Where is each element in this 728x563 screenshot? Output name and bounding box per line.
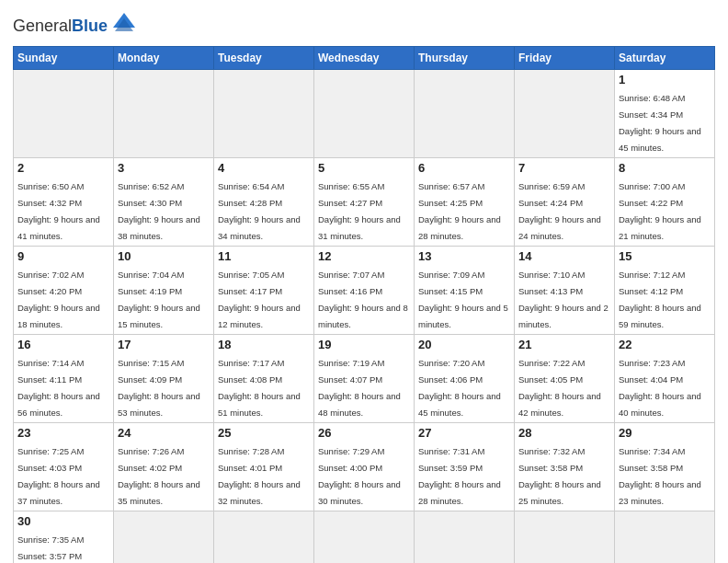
day-number: 1	[619, 73, 711, 86]
day-info: Sunrise: 6:57 AM Sunset: 4:25 PM Dayligh…	[418, 181, 501, 241]
weekday-header: Monday	[114, 47, 214, 70]
calendar-page: GeneralBlue SundayMondayTuesdayWednesday…	[0, 0, 728, 563]
day-number: 26	[318, 426, 410, 440]
calendar-cell: 22Sunrise: 7:23 AM Sunset: 4:04 PM Dayli…	[615, 335, 715, 423]
day-info: Sunrise: 7:14 AM Sunset: 4:11 PM Dayligh…	[17, 358, 100, 418]
day-info: Sunrise: 7:00 AM Sunset: 4:22 PM Dayligh…	[619, 181, 701, 241]
day-info: Sunrise: 7:23 AM Sunset: 4:04 PM Dayligh…	[619, 358, 701, 418]
day-number: 18	[218, 338, 310, 351]
day-number: 16	[17, 338, 109, 351]
calendar-cell: 3Sunrise: 6:52 AM Sunset: 4:30 PM Daylig…	[114, 158, 214, 247]
day-number: 27	[418, 426, 510, 440]
day-info: Sunrise: 6:59 AM Sunset: 4:24 PM Dayligh…	[518, 181, 601, 241]
calendar-cell: 29Sunrise: 7:34 AM Sunset: 3:58 PM Dayli…	[615, 423, 715, 511]
weekday-header: Tuesday	[214, 47, 314, 70]
day-number: 15	[619, 249, 711, 263]
day-number: 17	[118, 338, 210, 351]
day-info: Sunrise: 6:55 AM Sunset: 4:27 PM Dayligh…	[318, 181, 401, 241]
calendar-cell: 2Sunrise: 6:50 AM Sunset: 4:32 PM Daylig…	[14, 158, 114, 247]
calendar-cell	[415, 70, 515, 158]
day-info: Sunrise: 7:34 AM Sunset: 3:58 PM Dayligh…	[619, 446, 701, 506]
day-info: Sunrise: 6:54 AM Sunset: 4:28 PM Dayligh…	[218, 181, 301, 241]
calendar-cell: 17Sunrise: 7:15 AM Sunset: 4:09 PM Dayli…	[114, 335, 214, 423]
day-number: 29	[619, 426, 711, 440]
calendar-week-row: 1Sunrise: 6:48 AM Sunset: 4:34 PM Daylig…	[14, 70, 715, 158]
weekday-header-row: SundayMondayTuesdayWednesdayThursdayFrid…	[14, 47, 715, 70]
day-info: Sunrise: 7:25 AM Sunset: 4:03 PM Dayligh…	[17, 446, 100, 506]
calendar-cell: 23Sunrise: 7:25 AM Sunset: 4:03 PM Dayli…	[14, 423, 114, 511]
calendar-cell	[314, 70, 415, 158]
calendar-cell: 6Sunrise: 6:57 AM Sunset: 4:25 PM Daylig…	[415, 158, 515, 247]
calendar-cell: 19Sunrise: 7:19 AM Sunset: 4:07 PM Dayli…	[314, 335, 415, 423]
day-number: 14	[518, 249, 610, 263]
day-number: 19	[318, 338, 410, 351]
day-info: Sunrise: 7:09 AM Sunset: 4:15 PM Dayligh…	[418, 270, 508, 329]
day-number: 6	[418, 161, 510, 175]
calendar-cell: 8Sunrise: 7:00 AM Sunset: 4:22 PM Daylig…	[615, 158, 715, 247]
calendar-cell	[14, 70, 114, 158]
logo-text: GeneralBlue	[13, 17, 108, 35]
calendar-cell: 24Sunrise: 7:26 AM Sunset: 4:02 PM Dayli…	[114, 423, 214, 511]
day-info: Sunrise: 7:32 AM Sunset: 3:58 PM Dayligh…	[518, 446, 601, 506]
day-number: 23	[17, 426, 109, 440]
calendar-cell: 27Sunrise: 7:31 AM Sunset: 3:59 PM Dayli…	[415, 423, 515, 511]
day-number: 11	[218, 249, 310, 263]
day-number: 7	[518, 161, 610, 175]
calendar-cell: 21Sunrise: 7:22 AM Sunset: 4:05 PM Dayli…	[515, 335, 615, 423]
day-info: Sunrise: 7:28 AM Sunset: 4:01 PM Dayligh…	[218, 446, 301, 506]
calendar-cell: 5Sunrise: 6:55 AM Sunset: 4:27 PM Daylig…	[314, 158, 415, 247]
day-info: Sunrise: 7:22 AM Sunset: 4:05 PM Dayligh…	[518, 358, 601, 418]
day-info: Sunrise: 6:50 AM Sunset: 4:32 PM Dayligh…	[17, 181, 100, 241]
day-number: 20	[418, 338, 510, 351]
calendar-week-row: 23Sunrise: 7:25 AM Sunset: 4:03 PM Dayli…	[14, 423, 715, 511]
calendar-cell: 30Sunrise: 7:35 AM Sunset: 3:57 PM Dayli…	[14, 511, 114, 564]
day-info: Sunrise: 7:20 AM Sunset: 4:06 PM Dayligh…	[418, 358, 501, 418]
calendar-cell	[515, 70, 615, 158]
calendar-cell	[615, 511, 715, 564]
calendar-cell	[314, 511, 415, 564]
calendar-cell: 12Sunrise: 7:07 AM Sunset: 4:16 PM Dayli…	[314, 247, 415, 335]
day-number: 5	[318, 161, 410, 175]
calendar-cell: 10Sunrise: 7:04 AM Sunset: 4:19 PM Dayli…	[114, 247, 214, 335]
day-number: 30	[17, 514, 109, 528]
calendar-cell: 28Sunrise: 7:32 AM Sunset: 3:58 PM Dayli…	[515, 423, 615, 511]
day-info: Sunrise: 7:19 AM Sunset: 4:07 PM Dayligh…	[318, 358, 401, 418]
calendar-cell: 13Sunrise: 7:09 AM Sunset: 4:15 PM Dayli…	[415, 247, 515, 335]
day-info: Sunrise: 7:07 AM Sunset: 4:16 PM Dayligh…	[318, 270, 408, 329]
calendar-cell	[415, 511, 515, 564]
day-number: 8	[619, 161, 711, 175]
day-info: Sunrise: 7:04 AM Sunset: 4:19 PM Dayligh…	[118, 270, 200, 329]
calendar-table: SundayMondayTuesdayWednesdayThursdayFrid…	[13, 46, 715, 563]
calendar-cell: 9Sunrise: 7:02 AM Sunset: 4:20 PM Daylig…	[14, 247, 114, 335]
calendar-week-row: 9Sunrise: 7:02 AM Sunset: 4:20 PM Daylig…	[14, 247, 715, 335]
calendar-cell	[214, 511, 314, 564]
day-info: Sunrise: 7:12 AM Sunset: 4:12 PM Dayligh…	[619, 270, 701, 329]
day-number: 25	[218, 426, 310, 440]
calendar-cell: 18Sunrise: 7:17 AM Sunset: 4:08 PM Dayli…	[214, 335, 314, 423]
weekday-header: Friday	[515, 47, 615, 70]
day-info: Sunrise: 6:48 AM Sunset: 4:34 PM Dayligh…	[619, 93, 701, 153]
day-info: Sunrise: 7:29 AM Sunset: 4:00 PM Dayligh…	[318, 446, 401, 506]
day-number: 9	[17, 249, 109, 263]
day-number: 28	[518, 426, 610, 440]
calendar-cell: 25Sunrise: 7:28 AM Sunset: 4:01 PM Dayli…	[214, 423, 314, 511]
day-number: 21	[518, 338, 610, 351]
calendar-cell: 16Sunrise: 7:14 AM Sunset: 4:11 PM Dayli…	[14, 335, 114, 423]
calendar-cell	[114, 511, 214, 564]
day-info: Sunrise: 7:05 AM Sunset: 4:17 PM Dayligh…	[218, 270, 301, 329]
day-number: 22	[619, 338, 711, 351]
calendar-cell: 15Sunrise: 7:12 AM Sunset: 4:12 PM Dayli…	[615, 247, 715, 335]
day-info: Sunrise: 7:10 AM Sunset: 4:13 PM Dayligh…	[518, 270, 609, 329]
day-info: Sunrise: 7:35 AM Sunset: 3:57 PM Dayligh…	[17, 534, 100, 563]
day-number: 24	[118, 426, 210, 440]
weekday-header: Wednesday	[314, 47, 415, 70]
weekday-header: Sunday	[14, 47, 114, 70]
day-info: Sunrise: 6:52 AM Sunset: 4:30 PM Dayligh…	[118, 181, 200, 241]
day-number: 2	[17, 161, 109, 175]
calendar-cell: 11Sunrise: 7:05 AM Sunset: 4:17 PM Dayli…	[214, 247, 314, 335]
calendar-cell	[214, 70, 314, 158]
day-info: Sunrise: 7:31 AM Sunset: 3:59 PM Dayligh…	[418, 446, 501, 506]
calendar-cell: 20Sunrise: 7:20 AM Sunset: 4:06 PM Dayli…	[415, 335, 515, 423]
calendar-cell: 7Sunrise: 6:59 AM Sunset: 4:24 PM Daylig…	[515, 158, 615, 247]
calendar-week-row: 16Sunrise: 7:14 AM Sunset: 4:11 PM Dayli…	[14, 335, 715, 423]
